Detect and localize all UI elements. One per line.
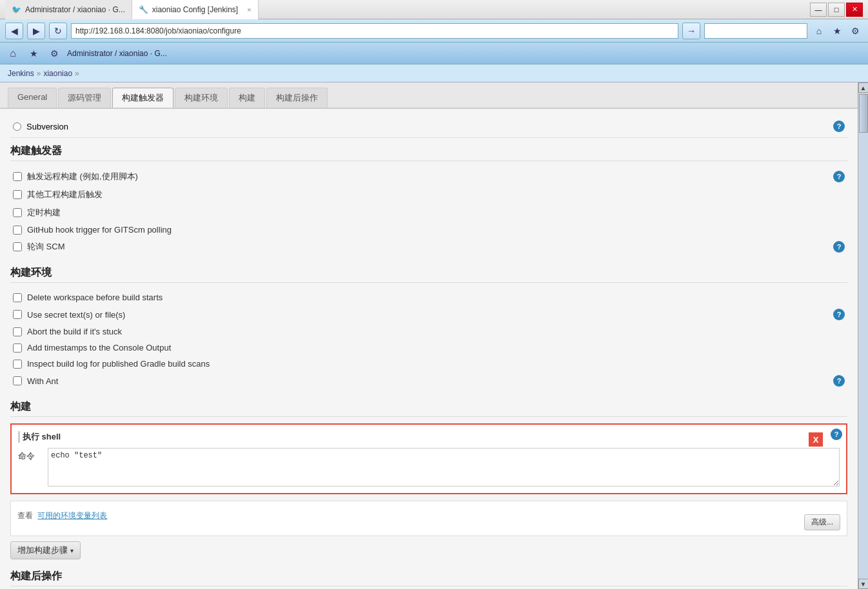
build-trigger-section: 构建触发器 触发远程构建 (例如,使用脚本) ? 其他工程构建后触发 定时构建 bbox=[10, 144, 847, 256]
close-button[interactable]: ✕ bbox=[846, 3, 863, 17]
browser-tab-2[interactable]: 🔧 xiaoniao Config [Jenkins] × bbox=[132, 0, 259, 19]
forward-button[interactable]: ▶ bbox=[27, 23, 45, 39]
tab-strip: 🐦 Administrator / xiaoniao · G... 🔧 xiao… bbox=[5, 0, 810, 19]
build-env-title: 构建环境 bbox=[10, 266, 847, 283]
build-env-section: 构建环境 Delete workspace before build start… bbox=[10, 266, 847, 390]
maximize-button[interactable]: □ bbox=[828, 3, 845, 17]
address-input[interactable] bbox=[71, 23, 678, 39]
env-text: 查看 bbox=[17, 511, 33, 520]
toolbar-icons: ⌂ ★ ⚙ bbox=[811, 23, 863, 39]
refresh-button[interactable]: ↻ bbox=[49, 23, 67, 39]
address-bar: ◀ ▶ ↻ → ⌂ ★ ⚙ bbox=[0, 19, 868, 43]
trigger5-info-icon[interactable]: ? bbox=[833, 241, 845, 253]
env-link[interactable]: 可用的环境变量列表 bbox=[37, 511, 107, 520]
tab-gouhuanjing[interactable]: 构建环境 bbox=[175, 88, 228, 108]
env-link-row: 查看 可用的环境变量列表 高级... bbox=[17, 510, 840, 530]
trigger4-label: GitHub hook trigger for GITScm polling bbox=[27, 225, 172, 235]
advanced-button[interactable]: 高级... bbox=[804, 514, 840, 530]
add-build-step-button[interactable]: 增加构建步骤 ▾ bbox=[10, 541, 81, 559]
command-textarea[interactable]: echo "test" bbox=[48, 448, 840, 487]
env4-checkbox[interactable] bbox=[13, 343, 22, 352]
env-advanced-block: 查看 可用的环境变量列表 高级... bbox=[10, 501, 847, 536]
env5-label: Inspect build log for published Gradle b… bbox=[27, 359, 210, 369]
env6-info-icon[interactable]: ? bbox=[833, 375, 845, 387]
scroll-thumb[interactable] bbox=[859, 94, 868, 133]
breadcrumb-jenkins[interactable]: Jenkins bbox=[8, 69, 34, 78]
go-button[interactable]: → bbox=[682, 23, 700, 39]
env2-checkbox[interactable] bbox=[13, 310, 22, 319]
remove-build-step-button[interactable]: X bbox=[809, 432, 823, 447]
tab2-close[interactable]: × bbox=[247, 6, 251, 14]
build-highlighted-box: X ? 执行 shell 命令 echo "test" bbox=[10, 423, 847, 494]
env2-info-icon[interactable]: ? bbox=[833, 309, 845, 320]
env-option-6: With Ant ? bbox=[10, 372, 847, 390]
page-body: Subversion ? 构建触发器 触发远程构建 (例如,使用脚本) ? 其他… bbox=[0, 109, 858, 589]
add-build-step-arrow: ▾ bbox=[70, 547, 74, 554]
user-link[interactable]: Administrator / xiaoniao · G... bbox=[67, 49, 167, 58]
breadcrumb: Jenkins » xiaoniao » bbox=[0, 64, 868, 82]
content-area: General 源码管理 构建触发器 构建环境 构建 构建后操作 Subvers… bbox=[0, 82, 858, 589]
browser-tab-1[interactable]: 🐦 Administrator / xiaoniao · G... bbox=[5, 0, 132, 19]
trigger5-label: 轮询 SCM bbox=[27, 241, 65, 253]
trigger5-checkbox[interactable] bbox=[13, 242, 22, 251]
tab1-label: Administrator / xiaoniao · G... bbox=[25, 5, 125, 14]
command-row: 命令 echo "test" bbox=[18, 448, 840, 487]
trigger1-info-icon[interactable]: ? bbox=[833, 171, 845, 182]
trigger2-checkbox[interactable] bbox=[13, 190, 22, 199]
breadcrumb-sep2: » bbox=[75, 69, 79, 78]
add-build-step-label: 增加构建步骤 bbox=[17, 545, 68, 556]
tab-goujianhou[interactable]: 构建后操作 bbox=[266, 88, 328, 108]
trigger-option-4: GitHub hook trigger for GITScm polling bbox=[10, 222, 847, 238]
star-icon[interactable]: ★ bbox=[829, 23, 845, 39]
user-gear-icon[interactable]: ⚙ bbox=[46, 46, 62, 61]
back-button[interactable]: ◀ bbox=[5, 23, 23, 39]
home-icon[interactable]: ⌂ bbox=[811, 23, 827, 39]
env4-label: Add timestamps to the Console Output bbox=[27, 343, 171, 352]
user-home-icon[interactable]: ⌂ bbox=[5, 46, 21, 61]
tab2-label: xiaoniao Config [Jenkins] bbox=[152, 5, 238, 14]
trigger3-checkbox[interactable] bbox=[13, 208, 22, 217]
env3-checkbox[interactable] bbox=[13, 327, 22, 336]
trigger1-label: 触发远程构建 (例如,使用脚本) bbox=[27, 171, 138, 182]
tab-general[interactable]: General bbox=[8, 88, 57, 108]
search-input[interactable] bbox=[704, 23, 807, 39]
tab-yuanma[interactable]: 源码管理 bbox=[58, 88, 111, 108]
trigger-option-1: 触发远程构建 (例如,使用脚本) ? bbox=[10, 168, 847, 186]
tab-gouchujifa[interactable]: 构建触发器 bbox=[112, 88, 173, 108]
env-option-2: Use secret text(s) or file(s) ? bbox=[10, 305, 847, 323]
command-label: 命令 bbox=[18, 448, 41, 462]
env-option-4: Add timestamps to the Console Output bbox=[10, 340, 847, 356]
env6-checkbox[interactable] bbox=[13, 376, 22, 385]
env5-checkbox[interactable] bbox=[13, 360, 22, 369]
build-section: 构建 X ? 执行 shell 命令 echo "test" bbox=[10, 400, 847, 559]
env-option-1: Delete workspace before build starts bbox=[10, 289, 847, 305]
env6-label: With Ant bbox=[27, 376, 58, 386]
build-trigger-title: 构建触发器 bbox=[10, 144, 847, 161]
tab1-favicon: 🐦 bbox=[12, 5, 21, 14]
trigger4-checkbox[interactable] bbox=[13, 226, 22, 235]
scroll-down-button[interactable]: ▼ bbox=[858, 579, 869, 589]
env3-label: Abort the build if it's stuck bbox=[27, 327, 122, 336]
trigger3-label: 定时构建 bbox=[27, 207, 61, 218]
trigger1-checkbox[interactable] bbox=[13, 172, 22, 181]
build-right-controls: X ? bbox=[831, 429, 842, 440]
main-container: General 源码管理 构建触发器 构建环境 构建 构建后操作 Subvers… bbox=[0, 82, 868, 589]
tab-navigation: General 源码管理 构建触发器 构建环境 构建 构建后操作 bbox=[0, 82, 858, 109]
trigger-option-3: 定时构建 bbox=[10, 204, 847, 222]
subversion-row: Subversion ? bbox=[10, 115, 847, 138]
tab2-favicon: 🔧 bbox=[139, 5, 148, 14]
tab-goujian[interactable]: 构建 bbox=[229, 88, 265, 108]
subversion-info-icon[interactable]: ? bbox=[833, 121, 845, 132]
user-star-icon[interactable]: ★ bbox=[26, 46, 41, 61]
subversion-radio[interactable] bbox=[13, 122, 21, 131]
env1-checkbox[interactable] bbox=[13, 293, 22, 302]
env2-label: Use secret text(s) or file(s) bbox=[27, 310, 125, 320]
trigger2-label: 其他工程构建后触发 bbox=[27, 189, 103, 200]
user-bar: ⌂ ★ ⚙ Administrator / xiaoniao · G... bbox=[0, 43, 868, 64]
breadcrumb-xiaoniao[interactable]: xiaoniao bbox=[43, 69, 72, 78]
minimize-button[interactable]: — bbox=[810, 3, 827, 17]
gear-icon[interactable]: ⚙ bbox=[847, 23, 863, 39]
scroll-up-button[interactable]: ▲ bbox=[858, 82, 869, 93]
build-step-info-icon[interactable]: ? bbox=[831, 429, 842, 440]
add-build-step-container: 增加构建步骤 ▾ bbox=[10, 541, 847, 559]
